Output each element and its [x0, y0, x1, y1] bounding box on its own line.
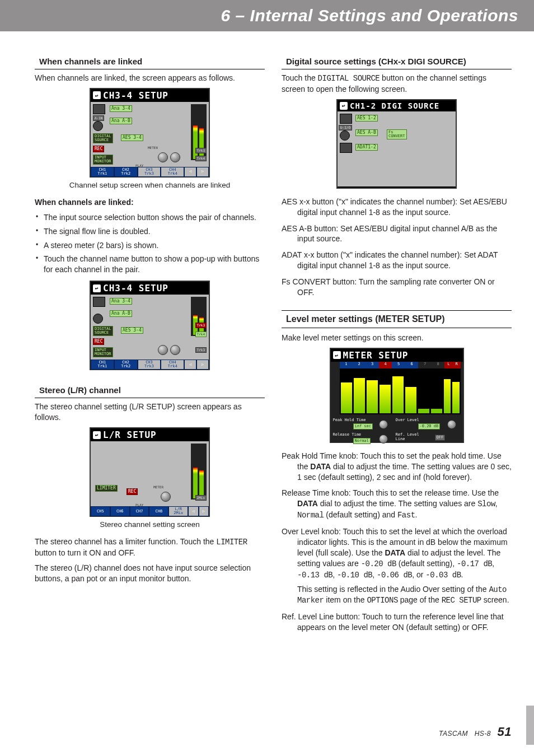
btn-limiter: LIMITER: [95, 485, 118, 492]
back-icon: ↩: [340, 102, 348, 110]
knob-overlevel: [447, 420, 456, 429]
btn-inputmon: INPUT MONITOR: [93, 155, 113, 165]
body-text: The stereo channel setting (L/R SETUP) s…: [35, 402, 265, 423]
knob: [170, 152, 180, 162]
footer: TASCAM HS-8 51: [439, 725, 512, 739]
body-text: Touch the DIGITAL SOURCE button on the c…: [282, 73, 512, 95]
lcd-body: 1 2 3 4 5 6 7 8 L R: [331, 362, 463, 442]
lcd-body: LIMITER REC METER PLAY 2Mix CH5 CH6 CH7 …: [91, 441, 209, 516]
back-icon: ↩: [333, 351, 341, 359]
label: D-I/O: [339, 125, 352, 130]
lcd-title: ↩ METER SETUP: [331, 349, 463, 362]
dio-icon: [340, 114, 352, 124]
label: Over Level: [396, 418, 419, 422]
knob: [161, 492, 171, 502]
stereo-meter: [191, 297, 207, 336]
right-column: Digital source settings (CHx-x DIGI SOUR…: [282, 54, 512, 638]
label-meter: METER: [147, 146, 159, 150]
knob: [158, 152, 168, 162]
lcd-title: ↩ L/R SETUP: [91, 428, 209, 441]
lcd-title: ↩ CH3-4 SETUP: [91, 89, 209, 102]
section-heading-linked: When channels are linked: [35, 54, 265, 69]
list-item: Touch the channel name button to show a …: [36, 254, 265, 275]
optical-icon: [340, 143, 352, 153]
xlr-icon: [93, 314, 103, 324]
body-text: Make level meter settings on this screen…: [282, 333, 512, 343]
hang-item: Release Time knob: Touch this to set the…: [282, 488, 512, 521]
body-text: When channels are linked, the screen app…: [35, 73, 265, 83]
label: Trk3: [195, 148, 207, 153]
btn: REC: [93, 338, 104, 345]
value: -0.20 dB: [418, 423, 441, 430]
tab-arrow: ▷: [196, 167, 209, 177]
label: Peak Hold Time: [333, 418, 366, 422]
list-item: A stereo meter (2 bars) is shown.: [36, 240, 265, 251]
btn-ana34: Ana 3-4: [110, 105, 132, 112]
value: Normal: [353, 438, 371, 444]
footer-page: 51: [498, 725, 512, 739]
btn: Ana A-B: [110, 310, 132, 317]
bullet-list: The input source selection button shows …: [35, 212, 265, 275]
analog-in-icon: [93, 104, 105, 114]
btn-digsrc: DIGITAL SOURCE: [93, 133, 113, 143]
section-heading-stereo: Stereo (L/R) channel: [35, 382, 265, 398]
lcd-title: ↩ CH1-2 DIGI SOURCE: [338, 100, 456, 111]
tab-arrow: ◁: [184, 167, 196, 177]
btn-reflevel: OFF: [435, 435, 446, 441]
analog-in-icon: [93, 297, 105, 307]
section-heading-digi-source: Digital source settings (CHx-x DIGI SOUR…: [282, 54, 512, 69]
knob: [170, 345, 180, 355]
label: 2Mix: [195, 495, 207, 501]
screenshot-ch34-setup-popup: ↩ CH3-4 SETUP Ana 3-4 Ana A-B DIGITAL SO…: [90, 281, 210, 370]
btn-adat12: ADAT1-2: [355, 144, 378, 151]
subheading: When channels are linked:: [35, 197, 265, 208]
screenshot-lr-setup: ↩ L/R SETUP LIMITER REC METER PLAY 2Mix …: [90, 427, 210, 517]
lcd-title: ↩ CH3-4 SETUP: [91, 282, 209, 295]
value: inf sec: [353, 423, 373, 430]
mono-term: LIMITER: [216, 538, 247, 547]
section-heading-meter-setup: Level meter settings (METER SETUP): [282, 310, 512, 328]
label: Trk4: [195, 156, 207, 161]
lcd-title-text: CH1-2 DIGI SOURCE: [350, 101, 439, 110]
btn-aes34: AES 3-4: [121, 134, 143, 141]
label: Trk3: [195, 347, 207, 353]
hang-item: Peak Hold Time knob: Touch this to set t…: [282, 451, 512, 483]
hang-item: AES A-B button: Set AES/EBU digital inpu…: [282, 223, 512, 245]
btn: AES 3-4: [121, 327, 143, 334]
caption: Channel setup screen when channels are l…: [35, 181, 265, 189]
caption: Stereo channel setting screen: [35, 520, 265, 529]
back-icon: ↩: [93, 284, 101, 292]
back-icon: ↩: [93, 431, 101, 439]
screenshot-digi-source: ↩ CH1-2 DIGI SOURCE D-I/O AES 1-2 AES A-…: [336, 99, 457, 189]
tab: CH4Trk4: [161, 167, 184, 177]
meter-bars: [340, 368, 461, 414]
knob-release: [379, 435, 388, 444]
btn-rec: REC: [127, 488, 138, 495]
lcd-body: A-IN Ana 3-4 Ana A-B DIGITAL SOURCE AES …: [91, 102, 209, 177]
knob-peakhold: [379, 420, 388, 429]
label: METER: [152, 485, 165, 489]
screenshot-meter-setup: ↩ METER SETUP 1 2 3 4 5 6 7 8 L R: [330, 348, 464, 443]
popup-btn: Trk3: [195, 323, 207, 328]
lcd-tabs: CH1Trk1 CH2Trk2 CH3Trk3 CH4Trk4 ◁ ▷: [91, 360, 209, 370]
tab: CH2Trk2: [114, 167, 138, 177]
hang-item: AES x-x button ("x" indicates the channe…: [282, 197, 512, 218]
lcd-title-text: CH3-4 SETUP: [103, 283, 168, 293]
list-item: The input source selection button shows …: [36, 212, 265, 223]
btn-aes12: AES 1-2: [355, 115, 378, 122]
label: A-IN: [93, 115, 104, 121]
left-column: When channels are linked When channels a…: [35, 54, 265, 638]
btn-anaAB: Ana A-B: [110, 118, 132, 124]
header-bar: 6 – Internal Settings and Operations: [0, 0, 534, 31]
mono-term: DIGITAL SOURCE: [318, 74, 380, 83]
content-area: When channels are linked When channels a…: [0, 31, 534, 638]
lcd-title-text: L/R SETUP: [103, 430, 157, 440]
knob: [158, 345, 168, 355]
footer-model: HS-8: [475, 730, 491, 738]
btn-fsconvert: Fs CONVERT: [387, 129, 407, 139]
hang-item: Over Level knob: Touch this to set the l…: [282, 526, 512, 606]
xlr-icon: [93, 121, 103, 131]
footer-brand: TASCAM: [439, 730, 468, 738]
btn-aesAB: AES A-B: [355, 129, 378, 136]
lcd-title-text: METER SETUP: [343, 350, 409, 361]
